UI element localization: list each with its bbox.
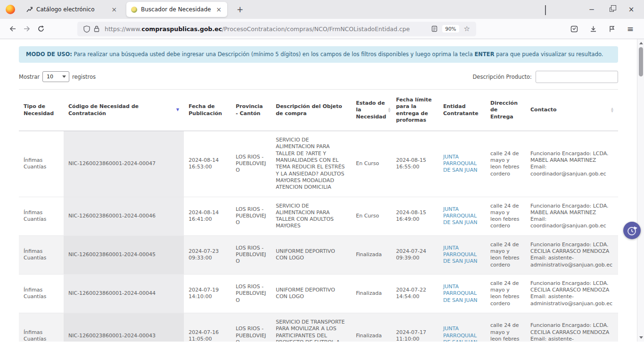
triangle-down-icon	[639, 336, 643, 339]
col-provincia-canton[interactable]: Provincia - Cantón	[231, 89, 271, 131]
table-header-row: Tipo de Necesidad Código de Necesidad de…	[19, 89, 618, 131]
col-tipo-necesidad[interactable]: Tipo de Necesidad	[19, 89, 64, 131]
sort-icon: ▲▼	[388, 108, 390, 112]
entity-link[interactable]: JUNTA PARROQUIAL DE SAN JUAN	[443, 325, 477, 342]
cell-descripcion: SERVICIO DE ALIMENTACION PARA TALLER DE …	[271, 131, 351, 197]
cell-entidad: JUNTA PARROQUIAL DE SAN JUAN	[438, 131, 486, 197]
cell-estado: Finalizada	[351, 313, 391, 342]
url-text: https://www.compraspublicas.gob.ec/Proce…	[105, 25, 410, 33]
entries-per-page-select[interactable]: 10	[42, 71, 69, 82]
page-scrollbar[interactable]	[637, 39, 644, 342]
cell-fecha-publicacion: 2024-07-19 14:10:00	[184, 274, 231, 313]
cell-entidad: JUNTA PARROQUIAL DE SAN JUAN	[438, 235, 486, 274]
cell-tipo: Ínfimas Cuantías	[19, 235, 64, 274]
cell-direccion: calle 24 de mayo y leon febres cordero	[486, 313, 526, 342]
entity-link[interactable]: JUNTA PARROQUIAL DE SAN JUAN	[443, 245, 477, 265]
menu-icon[interactable]: ≡	[625, 24, 636, 33]
cell-direccion: calle 24 de mayo y leon febres cordero	[486, 235, 526, 274]
cell-fecha-limite: 2024-08-15 16:55:00	[391, 131, 438, 197]
cell-contacto: Funcionario Encargado: LCDA. CECILIA CAR…	[526, 313, 618, 342]
assistant-floating-button[interactable]	[623, 222, 641, 239]
cell-codigo: NIC-1260023860001-2024-00043	[64, 313, 184, 342]
url-bar[interactable]: https://www.compraspublicas.gob.ec/Proce…	[77, 22, 476, 36]
cell-contacto: Funcionario Encargado: LCDA. MABEL ARANA…	[526, 131, 618, 197]
col-fecha-limite[interactable]: Fecha límite para la entrega de proforma…	[391, 89, 438, 131]
col-entidad-contratante[interactable]: Entidad Contratante	[438, 89, 486, 131]
tab-catalogo-electronico[interactable]: Catálogo electrónico ×	[22, 2, 123, 17]
catalogo-favicon-icon	[26, 6, 33, 13]
cell-fecha-publicacion: 2024-07-23 09:33:00	[184, 235, 231, 274]
entity-link[interactable]: JUNTA PARROQUIAL DE SAN JUAN	[443, 206, 477, 226]
restore-icon	[610, 8, 614, 12]
firefox-logo-icon	[6, 5, 15, 14]
tab-buscador-necesidades[interactable]: Buscador de Necesidades de Co ×	[126, 2, 227, 17]
cell-codigo: NIC-1260023860001-2024-00046	[64, 197, 184, 235]
reload-button[interactable]	[34, 22, 48, 36]
cell-tipo: Ínfimas Cuantías	[19, 313, 64, 342]
shield-icon[interactable]	[82, 25, 92, 33]
cell-provincia: LOS RIOS - PUEBLOVIEJO	[231, 313, 271, 342]
cell-entidad: JUNTA PARROQUIAL DE SAN JUAN	[438, 197, 486, 235]
cell-fecha-limite: 2024-07-17 11:10:00	[391, 313, 438, 342]
back-button[interactable]	[6, 22, 20, 36]
cell-estado: En Curso	[351, 131, 391, 197]
lock-icon[interactable]	[92, 25, 101, 32]
tab-title: Catálogo electrónico	[36, 6, 107, 13]
cell-provincia: LOS RIOS - PUEBLOVIEJO	[231, 197, 271, 235]
cell-descripcion: SERVICIO DE TRANSPORTE PARA MOVILIZAR A …	[271, 313, 351, 342]
clock-rocket-icon	[626, 225, 638, 237]
list-all-tabs-button[interactable]	[542, 2, 552, 17]
tab-close-icon[interactable]: ×	[215, 6, 223, 13]
cell-fecha-limite: 2024-07-24 09:39:00	[391, 235, 438, 274]
cell-codigo: NIC-1260023860001-2024-00045	[64, 235, 184, 274]
tab-close-icon[interactable]: ×	[110, 6, 118, 13]
show-entries-suffix: registros	[72, 74, 96, 80]
cell-estado: En Curso	[351, 197, 391, 235]
downloads-icon[interactable]	[588, 25, 599, 33]
scrollbar-thumb[interactable]	[639, 47, 643, 76]
usage-notice: MODO DE USO: Para realizar una búsqueda …	[19, 46, 618, 63]
table-row: Ínfimas Cuantías NIC-1260023860001-2024-…	[19, 197, 618, 235]
entity-link[interactable]: JUNTA PARROQUIAL DE SAN JUAN	[443, 154, 477, 174]
bookmark-star-icon[interactable]: ☆	[462, 25, 472, 33]
restore-button[interactable]	[602, 1, 621, 17]
col-fecha-publicacion[interactable]: Fecha de Publicación	[184, 89, 231, 131]
zoom-level-button[interactable]: 90%	[442, 25, 459, 33]
table-row: Ínfimas Cuantías NIC-1260023860001-2024-…	[19, 313, 618, 342]
col-codigo-necesidad[interactable]: Código de Necesidad de Contratación▼	[64, 89, 184, 131]
cell-fecha-publicacion: 2024-08-14 16:41:00	[184, 197, 231, 235]
cell-fecha-limite: 2024-07-22 14:54:00	[391, 274, 438, 313]
scroll-up-button[interactable]	[637, 40, 644, 47]
show-entries-prefix: Mostrar	[19, 74, 40, 80]
new-tab-button[interactable]: +	[233, 4, 247, 15]
table-row: Ínfimas Cuantías NIC-1260023860001-2024-…	[19, 235, 618, 274]
cell-provincia: LOS RIOS - PUEBLOVIEJO	[231, 131, 271, 197]
share-icon[interactable]	[607, 25, 617, 33]
product-filter-label: Descripción Producto:	[472, 74, 532, 80]
cell-provincia: LOS RIOS - PUEBLOVIEJO	[231, 274, 271, 313]
sort-desc-icon: ▼	[176, 108, 179, 112]
cell-contacto: Funcionario Encargado: LCDA. CECILIA CAR…	[526, 235, 618, 274]
cell-fecha-publicacion: 2024-07-16 11:05:00	[184, 313, 231, 342]
browser-tab-bar: Catálogo electrónico × Buscador de Neces…	[0, 0, 644, 19]
pocket-icon[interactable]	[569, 25, 580, 33]
cell-entidad: JUNTA PARROQUIAL DE SAN JUAN	[438, 313, 486, 342]
col-estado-necesidad[interactable]: Estado de la Necesidad▲▼	[351, 89, 391, 131]
cell-fecha-publicacion: 2024-08-14 16:53:00	[184, 131, 231, 197]
cell-descripcion: UNIFORME DEPORTIVO CON LOGO	[271, 235, 351, 274]
reader-view-icon[interactable]	[429, 25, 439, 32]
forward-button[interactable]	[20, 22, 34, 36]
cell-provincia: LOS RIOS - PUEBLOVIEJO	[231, 235, 271, 274]
col-descripcion-objeto[interactable]: Descripción del Objeto de compra	[271, 89, 351, 131]
cell-codigo: NIC-1260023860001-2024-00047	[64, 131, 184, 197]
col-contacto[interactable]: Contacto▲▼	[526, 89, 618, 131]
table-row: Ínfimas Cuantías NIC-1260023860001-2024-…	[19, 131, 618, 197]
product-description-input[interactable]	[536, 71, 618, 83]
close-window-button[interactable]: ×	[621, 1, 641, 17]
minimize-button[interactable]: −	[582, 1, 602, 17]
scroll-down-button[interactable]	[637, 334, 644, 341]
entity-link[interactable]: JUNTA PARROQUIAL DE SAN JUAN	[443, 284, 477, 303]
col-direccion-entrega[interactable]: Dirección de Entrega	[486, 89, 526, 131]
page-content: MODO DE USO: Para realizar una búsqueda …	[0, 39, 644, 342]
cell-direccion: calle 24 de mayo y leon febres cordero	[486, 131, 526, 197]
